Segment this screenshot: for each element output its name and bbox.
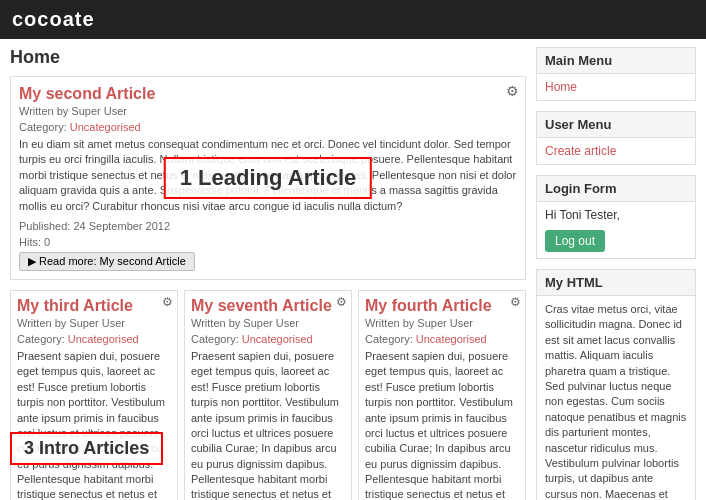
intro-article-2: ⚙ My fourth Article Written by Super Use… [358, 290, 526, 500]
intro-article-0: ⚙ My third Article Written by Super User… [10, 290, 178, 500]
sidebar-my-html-body: Cras vitae metus orci, vitae sollicitudi… [545, 302, 687, 500]
sidebar-login-form-content: Hi Toni Tester, Log out [537, 202, 695, 258]
page-title: Home [10, 47, 526, 68]
sidebar-main-menu-item-home[interactable]: Home [545, 80, 577, 94]
gear-icon[interactable]: ⚙ [506, 83, 519, 99]
sidebar-user-menu-content: Create article [537, 138, 695, 164]
gear-icon-2[interactable]: ⚙ [510, 295, 521, 309]
user-greeting: Hi Toni Tester, [545, 208, 687, 222]
sidebar-main-menu-title: Main Menu [537, 48, 695, 74]
leading-article-hits: Hits: 0 [19, 236, 517, 248]
intro-article-2-body: Praesent sapien dui, posuere eget tempus… [365, 349, 519, 500]
intro-article-2-category: Category: Uncategorised [365, 333, 519, 345]
leading-article-category: Category: Uncategorised [19, 121, 517, 133]
intro-article-2-author: Written by Super User [365, 317, 519, 329]
leading-article-title: My second Article [19, 85, 517, 103]
intro-article-1-category: Category: Uncategorised [191, 333, 345, 345]
intro-article-0-body: Praesent sapien dui, posuere eget tempus… [17, 349, 171, 500]
sidebar-user-menu: User Menu Create article [536, 111, 696, 165]
content-area: Home ⚙ My second Article Written by Supe… [10, 47, 526, 500]
intro-article-0-author: Written by Super User [17, 317, 171, 329]
sidebar-user-menu-title: User Menu [537, 112, 695, 138]
sidebar-main-menu-content: Home [537, 74, 695, 100]
intro-article-1-body: Praesent sapien dui, posuere eget tempus… [191, 349, 345, 500]
leading-article-read-more[interactable]: ▶ Read more: My second Article [19, 252, 195, 271]
intro-article-2-title: My fourth Article [365, 297, 519, 315]
leading-article-label: 1 Leading Article [164, 157, 372, 199]
sidebar-my-html-content: Cras vitae metus orci, vitae sollicitudi… [537, 296, 695, 500]
intro-article-1: ⚙ My seventh Article Written by Super Us… [184, 290, 352, 500]
sidebar-my-html: My HTML Cras vitae metus orci, vitae sol… [536, 269, 696, 500]
sidebar-login-form-title: Login Form [537, 176, 695, 202]
sidebar-main-menu: Main Menu Home [536, 47, 696, 101]
leading-article-published: Published: 24 September 2012 [19, 220, 517, 232]
intro-article-0-category: Category: Uncategorised [17, 333, 171, 345]
intro-article-0-title: My third Article [17, 297, 171, 315]
sidebar: Main Menu Home User Menu Create article … [536, 47, 696, 500]
gear-icon-0[interactable]: ⚙ [162, 295, 173, 309]
sidebar-create-article[interactable]: Create article [545, 144, 616, 158]
intro-articles-label: 3 Intro Articles [10, 432, 163, 465]
leading-article-author: Written by Super User [19, 105, 517, 117]
header: cocoate [0, 0, 706, 39]
sidebar-my-html-title: My HTML [537, 270, 695, 296]
leading-article: ⚙ My second Article Written by Super Use… [10, 76, 526, 280]
intro-articles-row: ⚙ My third Article Written by Super User… [10, 290, 526, 500]
logo: cocoate [12, 8, 95, 31]
main-wrapper: Home ⚙ My second Article Written by Supe… [0, 39, 706, 500]
logout-button[interactable]: Log out [545, 230, 605, 252]
sidebar-login-form: Login Form Hi Toni Tester, Log out [536, 175, 696, 259]
intro-article-1-author: Written by Super User [191, 317, 345, 329]
intro-article-1-title: My seventh Article [191, 297, 345, 315]
gear-icon-1[interactable]: ⚙ [336, 295, 347, 309]
